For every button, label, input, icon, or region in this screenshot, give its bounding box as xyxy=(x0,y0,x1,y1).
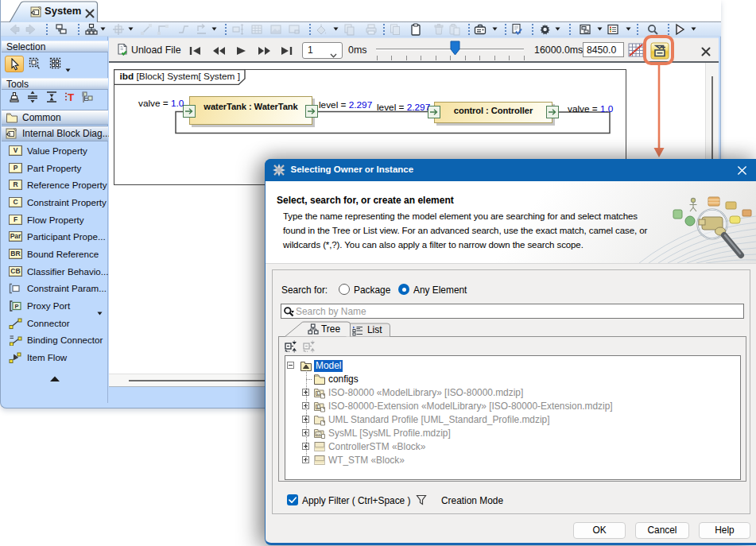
tab-tree[interactable]: Tree xyxy=(285,321,351,336)
settings-gear-icon[interactable] xyxy=(538,23,551,36)
palette-item-reference-property[interactable]: RReference Property xyxy=(2,176,108,194)
tree-item-sysml[interactable]: SysML [SysML Profile.mdzip] xyxy=(285,427,740,440)
tree-item-configs[interactable]: configs xyxy=(285,373,740,386)
show-window-icon[interactable] xyxy=(288,23,300,36)
cancel-button[interactable]: Cancel xyxy=(635,522,689,539)
fill-color-icon[interactable] xyxy=(315,23,328,36)
tools-icon[interactable] xyxy=(474,23,487,36)
window-layout-icon[interactable] xyxy=(579,23,591,36)
tree-item-iso-80000-extension[interactable]: ISO-80000-Extension «ModelLibrary» [ISO-… xyxy=(285,400,740,413)
forward-icon[interactable] xyxy=(25,23,37,36)
show-grid-icon[interactable] xyxy=(250,23,263,36)
apply-filter-checkbox[interactable] xyxy=(287,494,298,505)
reroute-dropdown-icon[interactable] xyxy=(211,27,217,31)
search-icon[interactable] xyxy=(283,306,295,321)
unload-file-icon[interactable] xyxy=(116,43,129,59)
back-icon[interactable] xyxy=(8,23,21,36)
dialog-titlebar[interactable]: Selecting Owner or Instance xyxy=(265,159,756,181)
time-slider-thumb[interactable] xyxy=(450,41,460,59)
search-icon[interactable] xyxy=(646,23,659,36)
dialog-close-icon[interactable] xyxy=(737,165,748,175)
palette-item-value-property[interactable]: VValue Property xyxy=(2,142,108,160)
palette-item-bound-reference[interactable]: BRBound Reference xyxy=(2,246,108,263)
selection-dropdown-icon[interactable] xyxy=(65,61,71,76)
structure-tool-icon[interactable] xyxy=(81,91,94,103)
palette-item-constraint-param[interactable]: Constraint Param... xyxy=(2,280,108,297)
radio-package-label[interactable]: Package xyxy=(354,285,390,296)
ok-button[interactable]: OK xyxy=(573,522,626,539)
element-tree[interactable]: ModelconfigsISO-80000 «ModelLibrary» [IS… xyxy=(285,355,741,480)
add-element-dropdown-icon[interactable] xyxy=(128,27,134,31)
run-dropdown-icon[interactable] xyxy=(691,27,696,31)
skip-to-end-icon[interactable] xyxy=(281,45,293,59)
text-tool-icon[interactable] xyxy=(64,91,76,103)
validate-icon[interactable] xyxy=(510,23,523,36)
palette-item-binding-connector[interactable]: Binding Connector xyxy=(2,331,108,349)
trigger-count-select[interactable]: 1 xyxy=(302,42,343,59)
apply-filter-label[interactable]: Apply Filter ( Ctrl+Space ) xyxy=(302,495,410,506)
vertical-spread-tool-icon[interactable] xyxy=(26,91,39,103)
copy-icon[interactable] xyxy=(389,23,401,36)
tree-item-wt_stm[interactable]: WT_STM «Block» xyxy=(285,454,740,467)
print-icon[interactable] xyxy=(365,23,378,36)
tree-item-uml[interactable]: UML Standard Profile [UML_Standard_Profi… xyxy=(285,413,740,427)
filter-funnel-icon[interactable] xyxy=(416,494,427,508)
legend-list-dropdown-icon[interactable] xyxy=(626,27,631,31)
skip-to-start-icon[interactable] xyxy=(189,45,201,59)
palette-item-item-flow[interactable]: Item Flow xyxy=(2,349,108,366)
pointer-tool-button[interactable] xyxy=(5,56,24,72)
resize-icon[interactable] xyxy=(231,23,244,36)
port-watertank-valve[interactable] xyxy=(183,105,196,118)
search-input[interactable] xyxy=(296,304,725,318)
step-back-icon[interactable] xyxy=(212,45,226,59)
fill-color-dropdown-icon[interactable] xyxy=(333,27,339,31)
paste-icon[interactable] xyxy=(448,23,461,36)
radio-any-element[interactable] xyxy=(398,284,409,295)
play-icon[interactable] xyxy=(236,45,246,59)
tab-close-icon[interactable] xyxy=(85,7,95,17)
port-watertank-level[interactable] xyxy=(305,105,318,118)
radio-any-element-label[interactable]: Any Element xyxy=(413,285,467,296)
part-control[interactable]: control : Controller xyxy=(434,102,552,123)
window-layout-dropdown-icon[interactable] xyxy=(597,27,603,31)
run-icon[interactable] xyxy=(673,23,686,36)
clipboard-icon[interactable] xyxy=(409,23,422,36)
time-value-field[interactable] xyxy=(583,42,624,57)
palette-item-proxy-port[interactable]: Proxy Port xyxy=(2,297,108,315)
stamp-tool-icon[interactable] xyxy=(8,91,21,103)
open-chart-icon[interactable] xyxy=(628,43,644,60)
draw-oblique-line-icon[interactable] xyxy=(177,23,190,36)
legend-list-icon[interactable] xyxy=(607,23,619,36)
collapse-selected-icon[interactable] xyxy=(303,340,316,356)
draw-line-icon[interactable] xyxy=(140,23,153,36)
layout-hierarchy-dropdown-icon[interactable] xyxy=(100,27,106,31)
add-element-icon[interactable] xyxy=(112,23,125,36)
palette-item-connector[interactable]: Connector xyxy=(2,315,108,332)
containment-icon[interactable] xyxy=(55,23,68,36)
palette-item-participant-prope[interactable]: ParParticipant Prope... xyxy=(2,228,108,246)
tree-item-model[interactable]: Model xyxy=(285,359,740,373)
palette-item-constraint-property[interactable]: CConstraint Property xyxy=(2,194,108,211)
reroute-icon[interactable] xyxy=(196,23,208,36)
vertical-compress-tool-icon[interactable] xyxy=(45,91,58,103)
palette-section-internal-block-diagram[interactable]: Internal Block Diag... xyxy=(2,126,108,141)
unload-file-button[interactable]: Unload File xyxy=(131,45,181,56)
tree-item-iso-80000[interactable]: ISO-80000 «ModelLibrary» [ISO-80000.mdzi… xyxy=(285,386,740,400)
tree-expand-icon[interactable] xyxy=(287,362,294,369)
marquee-select-icon[interactable] xyxy=(29,57,41,70)
fast-forward-icon[interactable] xyxy=(258,45,271,59)
palette-collapse-icon[interactable] xyxy=(49,371,60,385)
palette-item-part-property[interactable]: PPart Property xyxy=(2,160,108,177)
tab-system-diagram[interactable]: System xyxy=(9,1,99,22)
tree-item-controllerstm[interactable]: ControllerSTM «Block» xyxy=(285,440,740,454)
creation-mode-label[interactable]: Creation Mode xyxy=(441,495,503,506)
port-control-valve[interactable] xyxy=(546,106,559,118)
radio-package[interactable] xyxy=(339,284,350,295)
settings-gear-dropdown-icon[interactable] xyxy=(555,27,560,31)
draw-corner-line-icon[interactable] xyxy=(157,23,169,36)
help-button[interactable]: Help xyxy=(699,522,750,539)
tab-list[interactable]: List xyxy=(346,323,390,338)
palette-section-common[interactable]: Common xyxy=(2,110,108,125)
delete-icon[interactable] xyxy=(432,23,445,36)
close-simulation-icon[interactable] xyxy=(701,45,711,60)
